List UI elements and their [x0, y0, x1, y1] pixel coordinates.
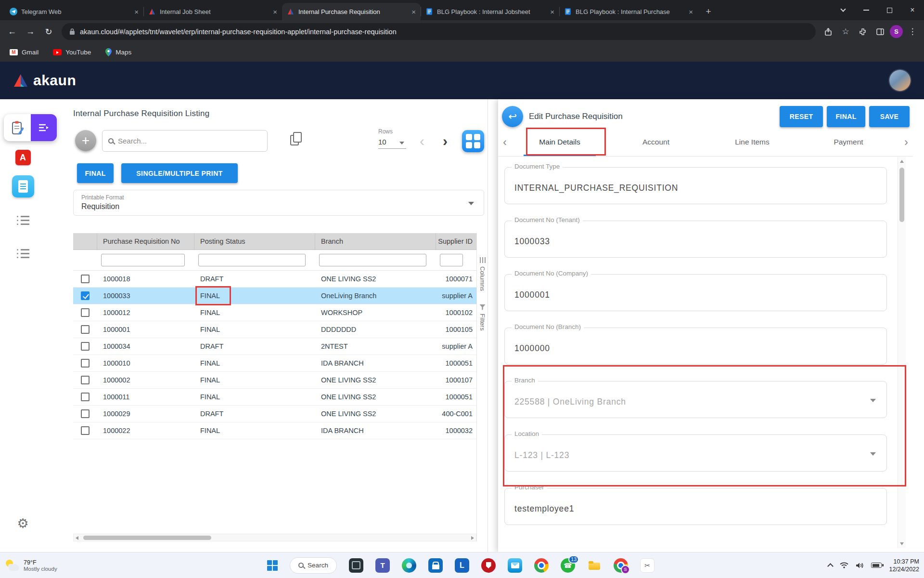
table-row[interactable]: 1000012FINALWORKSHOP1000102	[73, 304, 476, 321]
weather-widget[interactable]: 79°F Mostly cloudy	[5, 552, 57, 578]
bookmark-maps[interactable]: Maps	[105, 48, 131, 56]
window-maximize-button[interactable]	[878, 0, 901, 20]
row-checkbox-cell[interactable]	[73, 325, 97, 334]
mail-icon[interactable]	[508, 558, 522, 573]
form-field-purchaser[interactable]: Purchasertestemployee1	[504, 488, 887, 525]
form-field-branch[interactable]: Branch225588 | OneLiving Branch	[504, 381, 887, 418]
filters-rail-button[interactable]: Filters	[477, 304, 488, 330]
tab-search-icon[interactable]	[832, 0, 855, 20]
final-filter-button[interactable]: FINAL	[77, 163, 114, 183]
folder-icon[interactable]	[587, 558, 602, 573]
filter-input-branch[interactable]	[319, 254, 426, 266]
user-avatar[interactable]	[889, 70, 911, 91]
duplicate-pages-icon[interactable]	[290, 135, 299, 145]
column-header-posting-status[interactable]: Posting Status	[194, 233, 315, 250]
column-header-branch[interactable]: Branch	[315, 233, 436, 250]
checkbox-icon[interactable]	[81, 376, 90, 384]
browser-tab-internal-purchase-requisition[interactable]: Internal Purchase Requisition ×	[282, 3, 421, 20]
next-page-icon[interactable]: ›	[443, 134, 448, 148]
horizontal-scrollbar[interactable]	[73, 534, 476, 541]
table-row[interactable]: 1000029DRAFTONE LIVING SS2400-C001	[73, 406, 476, 422]
tabs-scroll-right-icon[interactable]: ›	[899, 135, 913, 149]
widget-menu-icon[interactable]	[31, 114, 57, 141]
new-tab-button[interactable]: +	[702, 5, 715, 18]
single-multiple-print-button[interactable]: SINGLE/MULTIPLE PRINT	[121, 163, 238, 183]
scrollbar-thumb[interactable]	[899, 168, 904, 222]
checkbox-icon[interactable]	[81, 291, 90, 300]
table-row[interactable]: 1000018DRAFTONE LIVING SS21000071	[73, 271, 476, 288]
listing-search[interactable]	[102, 130, 268, 152]
store-icon[interactable]	[428, 558, 443, 573]
checkbox-icon[interactable]	[81, 359, 90, 368]
clipboard-pencil-icon[interactable]	[4, 114, 31, 141]
documents-app-icon[interactable]	[0, 175, 46, 197]
previous-page-icon[interactable]: ‹	[420, 134, 424, 148]
back-arrow-button[interactable]: ↩	[502, 106, 523, 127]
column-header-requisition-no[interactable]: Purchase Requisition No	[97, 233, 194, 250]
checkbox-icon[interactable]	[81, 325, 90, 334]
table-row[interactable]: 1000022FINALIDA BRANCH1000032	[73, 422, 476, 439]
chrome-profile-icon[interactable]	[614, 558, 628, 573]
share-icon[interactable]	[821, 24, 836, 39]
row-checkbox-cell[interactable]	[73, 426, 97, 435]
vertical-scrollbar[interactable]	[898, 157, 906, 548]
tab-line-items[interactable]: Line Items	[704, 128, 800, 156]
back-icon[interactable]: ←	[4, 24, 20, 40]
browser-menu-kebab-icon[interactable]: ⋮	[905, 24, 920, 39]
teams-icon[interactable]	[375, 558, 390, 573]
printable-format-select[interactable]: Printable Format Requisition	[73, 190, 484, 216]
row-checkbox-cell[interactable]	[73, 275, 97, 283]
tab-close-icon[interactable]: ×	[273, 8, 277, 15]
start-button-icon[interactable]	[267, 560, 278, 571]
row-checkbox-cell[interactable]	[73, 291, 97, 300]
row-checkbox-cell[interactable]	[73, 342, 97, 351]
checkbox-icon[interactable]	[81, 426, 90, 435]
settings-gear-icon[interactable]: ⚙	[0, 517, 46, 530]
tab-account[interactable]: Account	[608, 128, 704, 156]
scrollbar-thumb[interactable]	[83, 536, 211, 540]
window-minimize-button[interactable]	[855, 0, 878, 20]
field-value[interactable]: 1000001	[505, 275, 886, 311]
hidden-icons-chevron-icon[interactable]	[828, 563, 834, 569]
snip-icon[interactable]	[640, 558, 654, 573]
table-row[interactable]: 1000010FINALIDA BRANCH1000051	[73, 355, 476, 372]
taskbar-clock[interactable]: 10:37 PM 12/24/2022	[889, 558, 919, 573]
add-requisition-button[interactable]: +	[75, 130, 96, 151]
checkbox-icon[interactable]	[81, 275, 90, 283]
reset-button[interactable]: RESET	[780, 106, 823, 127]
dropdown-caret-icon[interactable]	[870, 452, 876, 456]
mcafee-icon[interactable]	[481, 558, 496, 573]
extensions-puzzle-icon[interactable]	[855, 24, 871, 39]
window-close-button[interactable]: ×	[901, 0, 924, 20]
column-header-supplier-id[interactable]: Supplier ID	[436, 233, 476, 250]
final-button[interactable]: FINAL	[827, 106, 865, 127]
browser-profile-avatar[interactable]: S	[890, 25, 903, 38]
browser-tab-blg-playbook-jobsheet[interactable]: BLG Playbook : Internal Jobsheet ×	[421, 3, 559, 20]
tab-close-icon[interactable]: ×	[411, 8, 416, 15]
side-panel-icon[interactable]	[873, 24, 888, 39]
list-menu-icon[interactable]	[0, 215, 46, 225]
filter-input-posting-status[interactable]	[198, 254, 306, 266]
checkbox-icon[interactable]	[81, 393, 90, 401]
field-value[interactable]: L-123 | L-123	[505, 435, 886, 471]
table-row[interactable]: 1000001FINALDDDDDDD1000105	[73, 321, 476, 338]
row-checkbox-cell[interactable]	[73, 409, 97, 418]
browser-tab-blg-playbook-purchase[interactable]: BLG Playbook : Internal Purchase ×	[559, 3, 698, 20]
grid-view-button[interactable]	[462, 130, 484, 152]
akaun-logo[interactable]: akaun	[13, 72, 76, 89]
forward-icon[interactable]: →	[22, 24, 38, 40]
field-value[interactable]: testemployee1	[505, 488, 886, 525]
bookmark-gmail[interactable]: M Gmail	[10, 49, 38, 56]
checkbox-icon[interactable]	[81, 342, 90, 351]
bookmark-star-icon[interactable]: ☆	[838, 24, 853, 39]
form-field-document-no-branch[interactable]: Document No (Branch)1000000	[504, 328, 887, 365]
tab-close-icon[interactable]: ×	[134, 8, 139, 15]
row-checkbox-cell[interactable]	[73, 376, 97, 384]
field-value[interactable]: 1000000	[505, 328, 886, 364]
l-app-icon[interactable]	[455, 558, 469, 573]
tab-main-details[interactable]: Main Details	[512, 128, 608, 156]
browser-tab-internal-job-sheet[interactable]: Internal Job Sheet ×	[143, 3, 282, 20]
save-button[interactable]: SAVE	[869, 106, 910, 127]
tab-close-icon[interactable]: ×	[550, 8, 554, 15]
form-field-document-no-company[interactable]: Document No (Company)1000001	[504, 274, 887, 311]
